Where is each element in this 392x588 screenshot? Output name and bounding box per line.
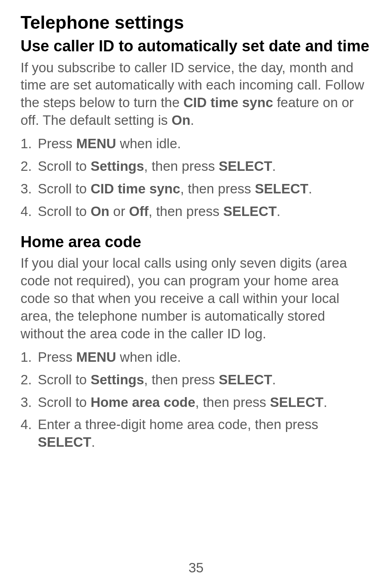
text-fragment: .: [91, 434, 95, 450]
text-fragment: or: [109, 204, 129, 219]
text-fragment: .: [308, 181, 312, 196]
section1-heading: Use caller ID to automatically set date …: [21, 37, 371, 56]
text-bold: SELECT: [223, 204, 277, 219]
text-fragment: when idle.: [116, 136, 181, 151]
list-item: Scroll to Settings, then press SELECT.: [21, 158, 371, 175]
text-bold: Home area code: [90, 395, 195, 410]
text-bold: SELECT: [219, 372, 272, 387]
text-bold: MENU: [76, 349, 116, 365]
list-item: Enter a three-digit home area code, then…: [21, 416, 371, 451]
text-bold: Settings: [90, 372, 144, 387]
text-fragment: .: [277, 204, 280, 219]
section2-steps: Press MENU when idle. Scroll to Settings…: [21, 349, 371, 451]
text-fragment: , then press: [144, 372, 219, 387]
text-fragment: .: [272, 158, 276, 174]
list-item: Scroll to Home area code, then press SEL…: [21, 394, 371, 411]
text-fragment: , then press: [180, 181, 255, 196]
section2-heading: Home area code: [21, 233, 371, 252]
text-fragment: , then press: [144, 158, 219, 174]
text-bold: On: [90, 204, 109, 219]
text-bold: SELECT: [255, 181, 308, 196]
text-fragment: Scroll to: [38, 158, 90, 174]
text-bold: Off: [129, 204, 149, 219]
text-fragment: Scroll to: [38, 372, 90, 387]
text-fragment: Scroll to: [38, 181, 90, 196]
list-item: Press MENU when idle.: [21, 135, 371, 153]
text-bold: SELECT: [38, 434, 91, 450]
text-fragment: Scroll to: [38, 395, 90, 410]
text-bold: Settings: [90, 158, 144, 174]
page-number: 35: [0, 560, 392, 576]
text-fragment: Press: [38, 349, 76, 365]
text-fragment: Press: [38, 136, 76, 151]
text-bold: SELECT: [270, 395, 323, 410]
list-item: Scroll to Settings, then press SELECT.: [21, 371, 371, 389]
text-fragment: .: [272, 372, 276, 387]
text-fragment: when idle.: [116, 349, 181, 365]
text-bold: MENU: [76, 136, 116, 151]
section2-intro: If you dial your local calls using only …: [21, 255, 371, 342]
section1-intro: If you subscribe to caller ID service, t…: [21, 59, 371, 130]
page-title: Telephone settings: [21, 12, 371, 33]
text-fragment: , then press: [149, 204, 224, 219]
text-fragment: , then press: [195, 395, 270, 410]
text-bold: CID time sync: [90, 181, 180, 196]
text-fragment: Enter a three-digit home area code, then…: [38, 417, 318, 432]
list-item: Press MENU when idle.: [21, 349, 371, 366]
text-fragment: .: [323, 395, 327, 410]
text-bold: SELECT: [219, 158, 272, 174]
text-fragment: Scroll to: [38, 204, 90, 219]
text-bold: CID time sync: [183, 95, 273, 110]
text-bold: On: [172, 113, 191, 128]
list-item: Scroll to CID time sync, then press SELE…: [21, 180, 371, 198]
text-fragment: .: [190, 113, 194, 128]
section1-steps: Press MENU when idle. Scroll to Settings…: [21, 135, 371, 220]
list-item: Scroll to On or Off, then press SELECT.: [21, 203, 371, 220]
